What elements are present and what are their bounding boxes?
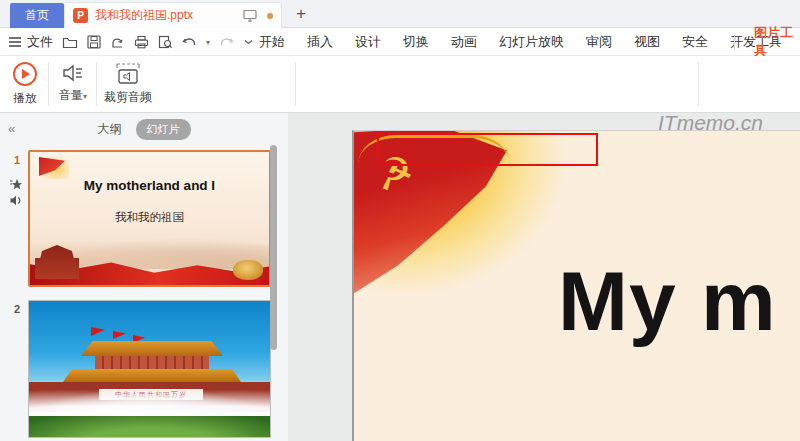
tab-picture-tools[interactable]: 图片工具: [748, 28, 800, 56]
redo-icon: [219, 36, 234, 49]
audio-tools-ribbon: 播放 音量▾ 裁剪音频 淡入: − 00.00 +: [0, 56, 800, 113]
wps-presentation-logo: P: [73, 8, 88, 23]
window-tab-bar: 首页 P 我和我的祖国.pptx +: [0, 0, 800, 28]
thumb2-lower-roof: [63, 369, 241, 382]
ribbon-tabs: 开始 插入 设计 切换 动画 幻灯片放映 审阅 视图 安全 开发工具: [248, 28, 793, 56]
thumb1-gold-emblem-decoration: [233, 260, 263, 280]
present-monitor-icon[interactable]: [243, 9, 257, 22]
trim-audio-label: 裁剪音频: [104, 89, 152, 106]
thumb1-subtitle: 我和我的祖国: [30, 210, 269, 225]
editing-canvas: ☭ My m ITmemo.cn: [288, 113, 800, 441]
trim-audio-button[interactable]: 裁剪音频: [103, 62, 153, 106]
play-audio-button[interactable]: 播放: [8, 61, 42, 107]
trim-audio-icon: [113, 62, 143, 86]
slide-thumbnail-1[interactable]: My motherland and I 我和我的祖国: [28, 150, 271, 287]
save-icon[interactable]: [87, 35, 101, 49]
watermark-text: ITmemo.cn: [658, 111, 763, 135]
undo-caret-icon[interactable]: ▾: [206, 38, 210, 47]
panel-scrollbar[interactable]: [270, 145, 277, 350]
slide-2-number: 2: [14, 303, 20, 315]
tab-view[interactable]: 视图: [623, 33, 671, 51]
thumb2-upper-roof: [81, 341, 223, 356]
thumb2-fountains: [29, 387, 270, 417]
thumb2-hedge: [29, 416, 270, 437]
speaker-icon: [61, 62, 85, 84]
slide-panel: « 大纲 幻灯片 1 My motherland and I 我和我的祖国 2: [0, 113, 288, 441]
home-tab[interactable]: 首页: [10, 3, 64, 28]
tab-design[interactable]: 设计: [344, 33, 392, 51]
tab-slideshow[interactable]: 幻灯片放映: [488, 33, 575, 51]
play-label: 播放: [13, 90, 37, 107]
file-menu[interactable]: 文件: [8, 28, 53, 56]
thumb1-flag-decoration: [37, 155, 69, 179]
volume-caret-icon: ▾: [83, 92, 87, 101]
play-icon: [12, 61, 38, 87]
panel-tabs: 大纲 幻灯片: [0, 119, 288, 140]
tab-review[interactable]: 审阅: [575, 33, 623, 51]
open-icon[interactable]: [62, 35, 78, 49]
print-preview-icon[interactable]: [158, 35, 173, 49]
volume-button[interactable]: 音量▾: [55, 62, 91, 104]
tab-security[interactable]: 安全: [671, 33, 719, 51]
slide-audio-speaker-icon[interactable]: [9, 194, 23, 207]
unsaved-changes-dot: [267, 13, 273, 19]
thumb2-upper-wall: [95, 356, 209, 369]
slide-1-number: 1: [14, 154, 20, 166]
tab-animation[interactable]: 动画: [440, 33, 488, 51]
tab-outline[interactable]: 大纲: [98, 121, 122, 138]
slide-title-text[interactable]: My m: [558, 253, 777, 350]
tab-home[interactable]: 开始: [248, 33, 296, 51]
document-tab-title: 我和我的祖国.pptx: [95, 7, 243, 24]
file-menu-label: 文件: [27, 33, 53, 51]
wps-presentation-window: 首页 P 我和我的祖国.pptx + 文件: [0, 0, 800, 441]
thumb1-title: My motherland and I: [30, 178, 269, 193]
quick-access-toolbar: ▾: [62, 28, 254, 56]
undo-icon[interactable]: [182, 36, 197, 49]
slide-thumbnail-2[interactable]: 中华人民共和国万岁: [28, 300, 271, 438]
hamburger-icon: [8, 36, 22, 48]
menu-bar: 文件 ▾: [0, 28, 800, 56]
tab-insert[interactable]: 插入: [296, 33, 344, 51]
menubar-separator: [734, 34, 735, 50]
transition-star-icon[interactable]: [9, 178, 23, 191]
document-tab[interactable]: P 我和我的祖国.pptx: [64, 2, 282, 28]
tab-transition[interactable]: 切换: [392, 33, 440, 51]
new-tab-button[interactable]: +: [288, 0, 314, 28]
slide-surface[interactable]: ☭ My m: [352, 130, 800, 441]
volume-label: 音量▾: [59, 87, 87, 104]
export-pdf-icon[interactable]: [110, 35, 125, 49]
tab-slides[interactable]: 幻灯片: [136, 119, 191, 140]
print-icon[interactable]: [134, 35, 149, 49]
